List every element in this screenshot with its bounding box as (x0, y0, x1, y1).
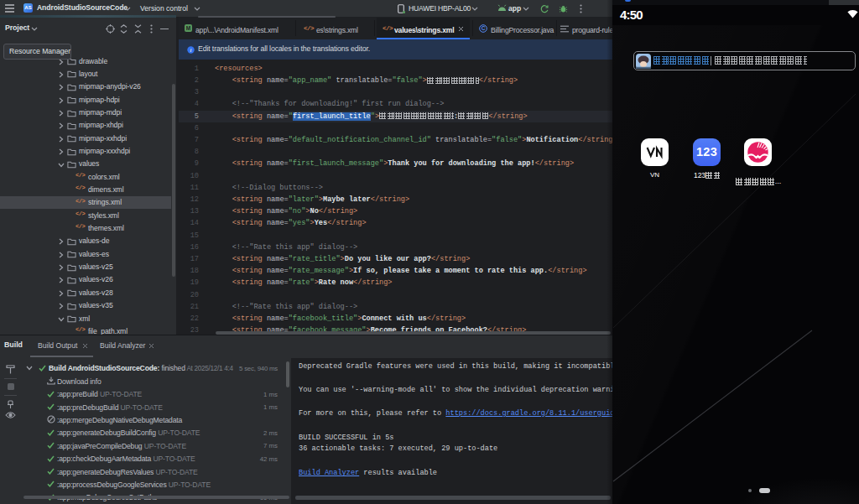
svg-text:C: C (482, 25, 486, 31)
svg-text:i: i (190, 47, 192, 53)
